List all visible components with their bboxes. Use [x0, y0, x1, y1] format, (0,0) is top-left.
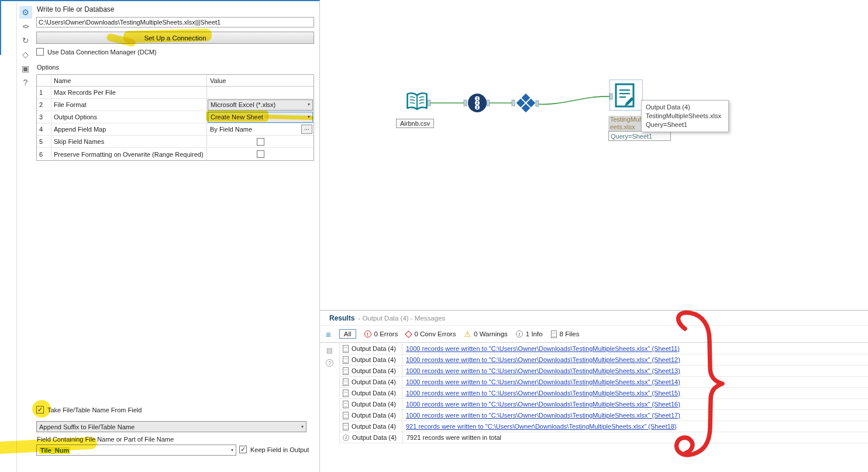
- column-header-value-label: Value: [207, 77, 226, 84]
- help-circle-icon[interactable]: ?: [326, 359, 333, 367]
- filter-warnings[interactable]: ⚠ 0 Warnings: [464, 330, 507, 339]
- table-view-icon[interactable]: ▤: [326, 346, 333, 354]
- settings-gear-icon[interactable]: ⚙: [19, 6, 32, 19]
- message-row: Output Data (4) 1000 records were writte…: [340, 377, 868, 388]
- message-source[interactable]: Output Data (4): [352, 412, 402, 419]
- filter-all-button[interactable]: All: [339, 329, 356, 339]
- message-source[interactable]: Output Data (4): [352, 423, 402, 430]
- blue-diamond-tool[interactable]: [515, 92, 536, 116]
- help-icon[interactable]: ?: [19, 76, 32, 89]
- filter-info[interactable]: i 1 Info: [516, 330, 543, 337]
- document-pencil-icon: [614, 82, 636, 109]
- message-source[interactable]: Output Data (4): [352, 356, 402, 363]
- chevron-down-icon: ▾: [308, 114, 310, 119]
- column-header-value[interactable]: Value: [206, 75, 314, 86]
- output-path-input[interactable]: [36, 17, 314, 27]
- message-link[interactable]: 1000 records were written to "C:\Users\O…: [402, 378, 680, 385]
- results-subtitle: - Output Data (4) - Messages: [358, 315, 445, 322]
- take-name-checkbox[interactable]: [36, 406, 44, 414]
- field-name-label: Field Containing File Name or Part of Fi…: [37, 436, 174, 443]
- option-name: Preserve Formatting on Overwrite (Range …: [51, 148, 206, 160]
- field-name-value: Tile_Num: [39, 447, 70, 454]
- message-source[interactable]: Output Data (4): [352, 401, 402, 408]
- input-tool-annotation[interactable]: Airbnb.csv: [396, 119, 434, 128]
- output-data-tool[interactable]: [614, 82, 636, 112]
- svg-text:3: 3: [476, 105, 478, 109]
- table-row-append-field-map: 4 Append Field Map By Field Name ...: [37, 123, 314, 136]
- connector-lines: [320, 0, 868, 310]
- skip-field-names-checkbox[interactable]: [257, 138, 264, 146]
- message-link[interactable]: 1000 records were written to "C:\Users\O…: [402, 412, 680, 419]
- message-source[interactable]: Output Data (4): [352, 390, 402, 397]
- options-table: Name Value 1 Max Records Per File 2 File…: [36, 74, 314, 161]
- filter-files[interactable]: 8 Files: [551, 330, 580, 338]
- workflow-canvas[interactable]: Airbnb.csv 1 2 3: [320, 0, 868, 310]
- open-book-icon: [405, 91, 429, 112]
- dcm-checkbox[interactable]: [36, 48, 44, 56]
- output-query-box[interactable]: Query=Sheet1: [608, 131, 671, 141]
- warning-icon: ⚠: [464, 330, 471, 339]
- column-header-name[interactable]: Name: [51, 75, 206, 86]
- message-link[interactable]: 921 records were written to "C:\Users\Ow…: [402, 423, 677, 430]
- list-view-icon[interactable]: ≡: [326, 329, 331, 339]
- keep-field-checkbox[interactable]: [239, 446, 247, 453]
- message-source[interactable]: Output Data (4): [352, 378, 402, 385]
- message-link[interactable]: 1000 records were written to "C:\Users\O…: [402, 367, 680, 374]
- svg-text:2: 2: [476, 101, 478, 105]
- message-link[interactable]: 1000 records were written to "C:\Users\O…: [402, 390, 680, 397]
- refresh-icon[interactable]: ↻: [19, 34, 32, 47]
- message-source[interactable]: Output Data (4): [352, 434, 402, 441]
- row-number: 3: [37, 113, 51, 120]
- info-icon: i: [343, 435, 349, 441]
- setup-connection-button[interactable]: Set Up a Connection: [36, 32, 314, 44]
- tag-icon[interactable]: ◇: [19, 48, 32, 61]
- option-name: Skip Field Names: [51, 136, 206, 147]
- package-icon[interactable]: ▣: [19, 62, 32, 75]
- row-number: 5: [37, 138, 51, 145]
- keep-field-checkbox-row[interactable]: Keep Field in Output: [239, 446, 309, 453]
- code-icon[interactable]: <>: [19, 20, 32, 33]
- input-data-tool[interactable]: [405, 91, 429, 115]
- preserve-formatting-checkbox[interactable]: [257, 150, 264, 158]
- chevron-down-icon: ▾: [301, 423, 304, 429]
- table-row-output-options: 3 Output Options Create New Sheet ▾: [37, 111, 314, 123]
- field-name-dropdown[interactable]: Tile_Num ▾: [36, 445, 236, 456]
- max-records-value-cell[interactable]: [206, 87, 314, 98]
- file-icon: [551, 330, 557, 338]
- tooltip-title: Output Data (4): [646, 103, 724, 112]
- file-icon: [343, 412, 349, 419]
- output-options-value: Create New Sheet: [211, 113, 263, 120]
- take-name-label: Take File/Table Name From Field: [47, 406, 142, 414]
- filter-conv-errors[interactable]: 0 Conv Errors: [406, 330, 456, 337]
- window-edge-accent: [0, 1, 1, 55]
- diamond-grid-icon: [515, 92, 536, 113]
- option-name: Append Field Map: [51, 123, 206, 135]
- output-query-label: Query=Sheet1: [611, 133, 652, 140]
- config-title: Write to File or Database: [37, 5, 115, 13]
- configuration-panel: ⚙ <> ↻ ◇ ▣ ? Write to File or Database S…: [0, 0, 320, 472]
- row-number: 6: [37, 151, 51, 158]
- message-row: Output Data (4) 1000 records were writte…: [340, 354, 868, 366]
- file-format-dropdown[interactable]: Microsoft Excel (*.xlsx) ▾: [208, 99, 313, 111]
- message-row: Output Data (4) 1000 records were writte…: [340, 410, 868, 421]
- options-table-header: Name Value: [37, 75, 314, 87]
- suffix-mode-dropdown[interactable]: Append Suffix to File/Table Name ▾: [36, 421, 306, 432]
- message-link[interactable]: 1000 records were written to "C:\Users\O…: [402, 401, 680, 408]
- field-map-ellipsis-button[interactable]: ...: [301, 125, 312, 134]
- chevron-down-icon: ▾: [308, 102, 310, 107]
- message-row: Output Data (4) 1000 records were writte…: [340, 399, 868, 410]
- keep-field-label: Keep Field in Output: [250, 446, 309, 453]
- take-name-checkbox-row[interactable]: Take File/Table Name From Field: [36, 406, 142, 414]
- message-source[interactable]: Output Data (4): [352, 345, 402, 352]
- option-name: Output Options: [51, 111, 206, 123]
- message-source[interactable]: Output Data (4): [352, 367, 402, 374]
- tile-tool[interactable]: 1 2 3: [467, 93, 487, 115]
- message-link[interactable]: 1000 records were written to "C:\Users\O…: [402, 356, 680, 363]
- chevron-down-icon: ▾: [231, 447, 233, 452]
- message-link[interactable]: 1000 records were written to "C:\Users\O…: [402, 345, 680, 352]
- dcm-checkbox-row[interactable]: Use Data Connection Manager (DCM): [36, 48, 156, 56]
- filter-errors[interactable]: ! 0 Errors: [364, 330, 398, 337]
- filter-conv-errors-label: 0 Conv Errors: [414, 330, 456, 337]
- output-options-dropdown[interactable]: Create New Sheet ▾: [208, 112, 313, 123]
- message-row: Output Data (4) 921 records were written…: [340, 421, 868, 432]
